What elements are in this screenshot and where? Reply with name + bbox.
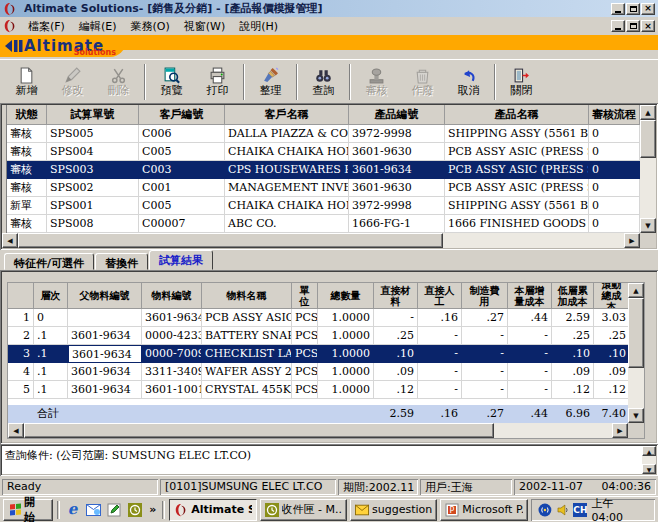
table-cell: 試算單號 — [47, 105, 139, 125]
scroll-up-icon[interactable]: ▲ — [628, 283, 644, 298]
table-cell: SPS002 — [47, 179, 139, 197]
child-restore-button[interactable] — [626, 20, 640, 32]
table-row[interactable]: 新單SPS001C005CHAIKA CHAIKA HONG KONG3972-… — [7, 197, 640, 215]
restore-button[interactable] — [626, 3, 640, 15]
minimize-button[interactable] — [611, 3, 625, 15]
task-altimate[interactable]: Altimate Sol... — [169, 499, 256, 521]
scroll-down-icon[interactable]: ▼ — [628, 408, 644, 423]
table-row[interactable]: 2.13601-96340000-4233BATTERY SNAP AWG(PC… — [8, 327, 628, 345]
volume-signal-icon[interactable] — [538, 503, 552, 517]
result-vertical-scrollbar[interactable]: ▲ ▼ — [628, 283, 644, 423]
close-button[interactable]: × — [641, 3, 655, 15]
print-button[interactable]: 打印 — [195, 63, 240, 101]
table-cell: .1 — [34, 327, 68, 345]
table-cell: .1 — [34, 381, 68, 399]
table-row[interactable]: 審核SPS002C001MANAGEMENT INVESTMENT &3601-… — [7, 179, 640, 197]
table-row[interactable]: 合計2.59.16.27.446.967.40 — [8, 405, 628, 423]
orders-grid: 狀態試算單號客戶編號客戶名稱產品編號產品名稱審核流程 審核SPS005C006D… — [0, 103, 658, 250]
scroll-left-icon[interactable]: ◀ — [2, 233, 18, 248]
query-button[interactable]: 查詢 — [301, 63, 346, 101]
query-scrollbar[interactable]: ▲ ▼ — [642, 446, 656, 474]
scroll-thumb[interactable] — [18, 233, 443, 248]
table-cell: 2 — [8, 327, 34, 345]
result-horizontal-scrollbar[interactable]: ◀ ▶ — [8, 423, 644, 438]
ie-icon[interactable]: e — [64, 501, 82, 519]
print-icon — [209, 67, 226, 84]
table-cell: PCB ASSY ASIC (PRESS START 0 — [445, 161, 589, 179]
new-button[interactable]: 新增 — [4, 63, 49, 101]
toolbar-separator — [296, 64, 298, 100]
delete-button[interactable]: 刪除 — [96, 63, 141, 101]
table-cell: 3601-9634 — [142, 309, 202, 327]
orders-vertical-scrollbar[interactable]: ▲ ▼ — [640, 105, 656, 233]
table-row[interactable]: 審核SPS008C00007ABC CO.1666-FG-11666 FINIS… — [7, 215, 640, 233]
close-exit-icon — [513, 67, 530, 84]
organizer-icon[interactable] — [126, 501, 144, 519]
scroll-down-icon[interactable]: ▼ — [640, 218, 656, 233]
task-inbox[interactable]: 收件匣 - M... — [260, 499, 347, 521]
menu-business[interactable]: 業務(O) — [123, 18, 176, 35]
table-row[interactable]: 5.13601-96343601-1001CRYSTAL 455KHZPCS1.… — [8, 381, 628, 399]
tab-feature-optional[interactable]: 特征件/可選件 — [4, 253, 94, 270]
task-suggestions[interactable]: suggestions ... — [350, 499, 437, 521]
menu-edit[interactable]: 編輯(E) — [72, 18, 124, 35]
taskbar-separator — [57, 501, 60, 519]
child-close-button[interactable]: × — [641, 20, 655, 32]
table-row[interactable]: 4.13601-96343311-3409WAFER ASSY 2 CIR(PC… — [8, 363, 628, 381]
query-condition-box[interactable]: 查詢條件: (公司范圍: SUMSUNG ELEC LT.CO) ▲ ▼ — [0, 444, 658, 476]
scroll-right-icon[interactable]: ▶ — [624, 233, 640, 248]
table-cell: 3972-9998 — [349, 125, 445, 143]
tab-trial-result[interactable]: 試算結果 — [149, 250, 213, 270]
mail-send-receive-icon[interactable] — [85, 501, 103, 519]
scroll-thumb[interactable] — [640, 120, 656, 158]
table-cell: 6.96 — [552, 405, 594, 423]
cancel-button[interactable]: 取消 — [446, 63, 491, 101]
header-row[interactable]: 狀態試算單號客戶編號客戶名稱產品編號產品名稱審核流程 — [7, 105, 640, 125]
brand-logo: Altimate Solutions — [0, 35, 126, 57]
approve-stamp-icon — [368, 67, 385, 84]
table-cell: .25 — [552, 327, 594, 345]
header-row[interactable]: 層次父物料編號物料編號物料名稱單位總數量直接材料直接人工制造費用本層增量成本低層… — [8, 283, 628, 309]
modify-button[interactable]: 修改 — [50, 63, 95, 101]
scroll-down-icon[interactable]: ▼ — [642, 464, 656, 474]
table-row[interactable]: 審核SPS003C003CPS HOUSEWARES PTY LTD.3601-… — [7, 161, 640, 179]
close-window-button[interactable]: 關閉 — [499, 63, 544, 101]
table-cell: BATTERY SNAP AWG( — [202, 327, 292, 345]
menu-help[interactable]: 說明(H) — [232, 18, 285, 35]
taskbar-clock[interactable]: 上午 04:00 — [591, 496, 648, 522]
preview-button[interactable]: 預覽 — [149, 63, 194, 101]
start-button[interactable]: 開始 — [3, 499, 53, 521]
speaker-icon[interactable] — [556, 503, 570, 517]
scroll-up-icon[interactable]: ▲ — [640, 105, 656, 120]
scroll-up-icon[interactable]: ▲ — [642, 446, 656, 456]
child-minimize-button[interactable] — [611, 20, 625, 32]
tidy-button[interactable]: 整理 — [248, 63, 293, 101]
result-grid: 層次父物料編號物料編號物料名稱單位總數量直接材料直接人工制造費用本層增量成本低層… — [7, 282, 645, 439]
tab-substitute[interactable]: 替換件 — [95, 253, 148, 270]
scroll-thumb[interactable] — [24, 423, 494, 438]
table-cell: 制造費用 — [462, 283, 508, 309]
input-language-badge[interactable]: CH — [573, 503, 587, 517]
table-row[interactable]: 審核SPS005C006DALLA PIAZZA & CO. (HK)3972-… — [7, 125, 640, 143]
approve-button[interactable]: 審核 — [354, 63, 399, 101]
menu-file[interactable]: 檔案(F) — [21, 18, 72, 35]
scroll-thumb[interactable] — [628, 298, 644, 368]
table-row[interactable]: 103601-9634PCB ASSY ASIC (PIPCS1.0000-.1… — [8, 309, 628, 327]
status-company: [0101]SUMSUNG ELEC LT.CO — [160, 479, 336, 495]
table-cell: 合計 — [34, 405, 68, 423]
table-row[interactable]: 審核SPS004C005CHAIKA CHAIKA HONG KONG3601-… — [7, 143, 640, 161]
menu-window[interactable]: 視窗(W) — [177, 18, 232, 35]
table-cell: 審核 — [7, 179, 47, 197]
table-cell: .1 — [34, 363, 68, 381]
scroll-right-icon[interactable]: ▶ — [612, 423, 628, 438]
compose-icon[interactable] — [105, 501, 123, 519]
quick-launch-overflow-chevron[interactable]: » — [147, 503, 158, 516]
altimate-logo-icon — [174, 503, 188, 517]
void-button[interactable]: 作廢 — [400, 63, 445, 101]
task-powerpoint[interactable]: P Microsoft P... — [440, 499, 527, 521]
table-row[interactable]: 3.13601-96340000-7009CHECKLIST LABEL((PC… — [8, 345, 628, 363]
status-date: 2002-11-07 — [519, 480, 583, 494]
scroll-left-icon[interactable]: ◀ — [8, 423, 24, 438]
table-cell: 3.03 — [594, 309, 628, 327]
orders-horizontal-scrollbar[interactable]: ◀ ▶ — [2, 233, 656, 248]
